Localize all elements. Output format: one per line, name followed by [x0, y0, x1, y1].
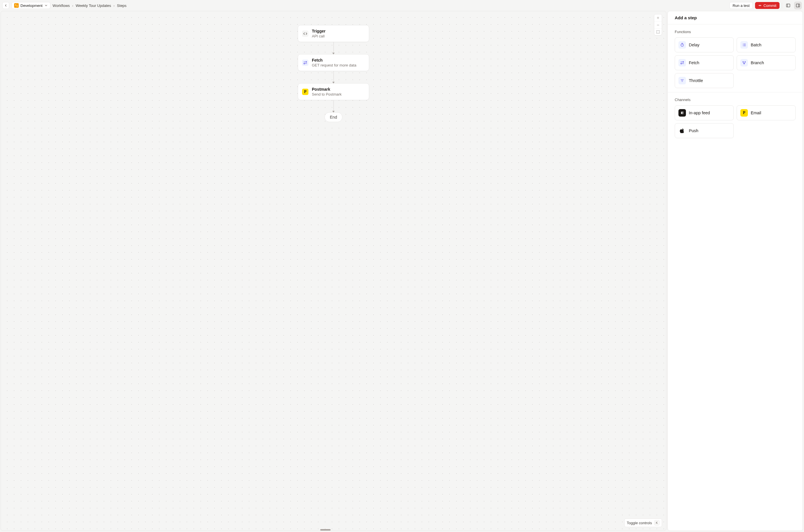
chevron-down-icon: [44, 4, 48, 7]
end-label: End: [330, 115, 337, 119]
code-icon: [302, 31, 308, 37]
toggle-controls-button[interactable]: Toggle controls K: [624, 518, 662, 527]
fetch-icon: [678, 59, 686, 66]
node-subtitle: GET request for more data: [312, 63, 356, 68]
svg-rect-5: [796, 4, 800, 7]
workflow-canvas[interactable]: Trigger API call Fetch GET request for m…: [1, 11, 666, 531]
workflow-node-fetch[interactable]: Fetch GET request for more data: [298, 54, 369, 71]
workflow-node-trigger[interactable]: Trigger API call: [298, 25, 369, 42]
node-subtitle: Send to Postmark: [312, 92, 341, 96]
horizontal-scrollbar-thumb[interactable]: [320, 529, 331, 531]
postmark-icon: P: [740, 109, 748, 117]
environment-icon: [14, 3, 19, 8]
tile-label: Branch: [751, 60, 764, 65]
panel-section-functions: Functions Delay Batch: [668, 24, 803, 92]
side-panel: Add a step Functions Delay Batch: [668, 11, 803, 531]
maximize-icon: [656, 30, 660, 34]
step-tile-branch[interactable]: Branch: [736, 55, 796, 70]
environment-label: Development: [20, 3, 43, 8]
minus-icon: [656, 23, 660, 27]
section-heading: Functions: [675, 30, 796, 34]
environment-selector[interactable]: Development: [12, 2, 50, 9]
tile-label: Delay: [689, 43, 699, 47]
postmark-icon: P: [302, 89, 308, 95]
branch-icon: [740, 59, 748, 66]
breadcrumb-separator: ›: [113, 3, 115, 8]
zoom-fit-button[interactable]: [654, 28, 662, 35]
plus-icon: [656, 16, 660, 20]
breadcrumb-item[interactable]: Steps: [117, 3, 126, 8]
filter-icon: [678, 77, 686, 84]
tile-label: Fetch: [689, 60, 699, 65]
back-button[interactable]: [2, 2, 9, 9]
panel-section-channels: Channels In-app feed P Email: [668, 92, 803, 142]
panel-right-icon: [796, 3, 800, 8]
commit-label: Commit: [763, 3, 777, 8]
node-subtitle: API call: [312, 34, 325, 38]
breadcrumb-item[interactable]: Weekly Tour Updates: [76, 3, 111, 8]
toggle-controls-shortcut: K: [654, 520, 659, 525]
zoom-in-button[interactable]: [654, 14, 662, 21]
step-tile-batch[interactable]: Batch: [736, 37, 796, 52]
workflow-end: End: [324, 112, 343, 122]
step-tile-fetch[interactable]: Fetch: [675, 55, 734, 70]
zoom-controls: [654, 14, 662, 35]
topbar-divider: [782, 3, 782, 8]
svg-rect-3: [786, 4, 790, 7]
panel-title: Add a step: [668, 11, 803, 24]
step-tile-email[interactable]: P Email: [736, 106, 796, 120]
zoom-out-button[interactable]: [654, 21, 662, 28]
tile-label: Email: [751, 111, 761, 115]
node-title: Trigger: [312, 29, 325, 33]
step-tile-throttle[interactable]: Throttle: [675, 73, 734, 88]
section-heading: Channels: [675, 98, 796, 102]
breadcrumb-separator: ›: [72, 3, 73, 8]
breadcrumb: Workflows › Weekly Tour Updates › Steps: [53, 3, 127, 8]
top-bar: Development Workflows › Weekly Tour Upda…: [0, 0, 804, 11]
tile-label: Batch: [751, 43, 761, 47]
workflow-node-postmark[interactable]: P Postmark Send to Postmark: [298, 83, 369, 100]
inapp-icon: [678, 109, 686, 117]
panel-left-icon: [786, 3, 790, 8]
node-title: Fetch: [312, 58, 356, 62]
toggle-controls-label: Toggle controls: [627, 521, 652, 525]
run-test-button[interactable]: Run a test: [729, 2, 753, 9]
tile-label: Push: [689, 128, 698, 133]
commit-icon: [758, 4, 762, 7]
step-tile-inapp[interactable]: In-app feed: [675, 106, 734, 120]
breadcrumb-item[interactable]: Workflows: [53, 3, 70, 8]
panel-right-toggle[interactable]: [794, 2, 802, 9]
tile-label: In-app feed: [689, 111, 710, 115]
chevron-left-icon: [4, 4, 7, 7]
fetch-icon: [302, 60, 308, 66]
step-tile-delay[interactable]: Delay: [675, 37, 734, 52]
apple-icon: [678, 127, 686, 134]
node-title: Postmark: [312, 87, 341, 92]
step-tile-push[interactable]: Push: [675, 123, 734, 138]
panel-left-toggle[interactable]: [784, 2, 792, 9]
commit-button[interactable]: Commit: [755, 2, 780, 9]
workflow-flow: Trigger API call Fetch GET request for m…: [298, 25, 369, 122]
run-test-label: Run a test: [733, 3, 750, 8]
list-icon: [740, 41, 748, 49]
timer-icon: [678, 41, 686, 49]
tile-label: Throttle: [689, 78, 703, 83]
